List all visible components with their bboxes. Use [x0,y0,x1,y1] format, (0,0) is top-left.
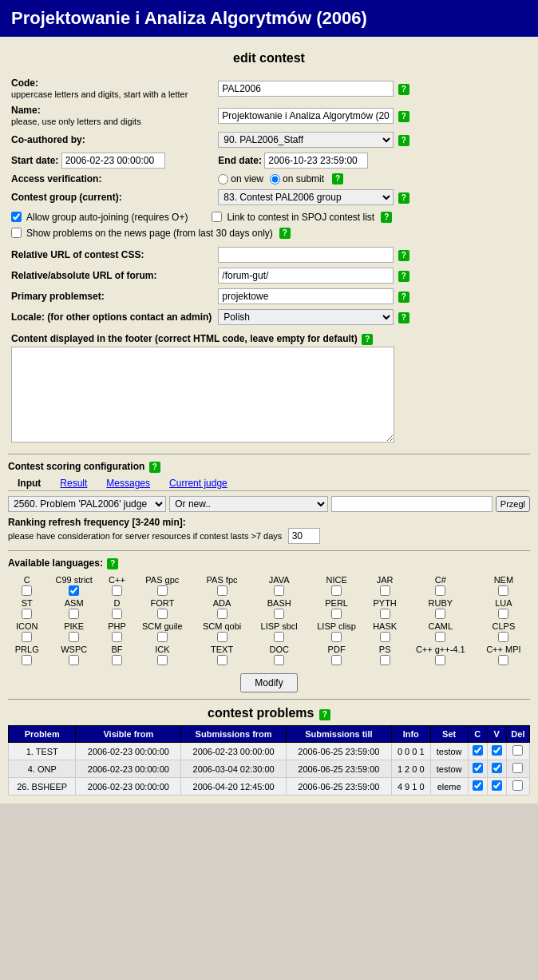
lang-checkbox[interactable] [69,632,79,642]
ranking-input[interactable] [288,528,320,544]
or-new-select[interactable]: Or new.. [169,496,327,512]
problem-v-checkbox[interactable] [492,763,502,773]
lang-checkbox[interactable] [435,632,445,642]
tab-input[interactable]: Input [8,476,50,490]
lang-checkbox[interactable] [435,585,445,596]
problem-c-checkbox[interactable] [473,780,483,791]
problem-v-checkbox[interactable] [492,780,502,791]
lang-checkbox[interactable] [112,655,122,665]
problem-cell-4: 4 9 1 0 [391,778,430,796]
lang-checkbox[interactable] [331,585,342,596]
problem-del-checkbox[interactable] [512,745,523,756]
lang-checkbox[interactable] [331,655,342,665]
show-problems-help-icon[interactable]: ? [279,228,291,239]
lang-checkbox[interactable] [22,585,32,596]
lang-name: PAS fpc [193,574,251,585]
lang-checkbox[interactable] [69,655,79,665]
problems-help-icon[interactable]: ? [319,709,330,720]
lang-checkbox[interactable] [157,609,168,619]
footer-help-icon[interactable]: ? [362,334,373,345]
link-spoj-checkbox[interactable] [212,212,222,222]
coauthored-help-icon[interactable]: ? [398,135,409,146]
allow-group-checkbox[interactable] [11,212,22,222]
judge-select[interactable]: 2560. Problem 'PAL2006' judge [8,496,166,512]
problem-cell-4: 0 0 0 1 [391,743,430,760]
lang-checkbox[interactable] [274,632,284,642]
code-help-icon[interactable]: ? [398,84,409,95]
forum-input[interactable] [218,268,394,284]
lang-checkbox[interactable] [380,585,390,596]
problem-c-checkbox[interactable] [473,745,483,756]
judge-text-input[interactable] [331,496,493,512]
tab-result[interactable]: Result [50,476,97,490]
lang-name: ADA [193,597,251,609]
problem-v-checkbox[interactable] [492,745,502,756]
problem-cell-5: testow [430,760,468,778]
lang-checkbox[interactable] [498,585,508,596]
locale-help-icon[interactable]: ? [398,312,409,323]
table-row: 26. BSHEEP2006-02-23 00:00:002006-04-20 … [9,778,530,796]
access-help-icon[interactable]: ? [332,173,343,184]
lang-checkbox[interactable] [274,655,284,665]
lang-checkbox[interactable] [331,609,342,619]
footer-textarea[interactable] [11,347,394,442]
lang-checkbox[interactable] [274,585,284,596]
lang-checkbox[interactable] [22,609,32,619]
lang-checkbox[interactable] [274,609,284,619]
lang-checkbox[interactable] [380,655,390,665]
problem-del-checkbox[interactable] [512,780,523,791]
lang-checkbox[interactable] [498,632,508,642]
show-problems-checkbox[interactable] [11,228,22,238]
code-input[interactable] [218,81,394,97]
lang-checkbox[interactable] [112,585,122,596]
lang-checkbox[interactable] [157,585,168,596]
access-on-submit-radio[interactable] [270,174,280,184]
problem-del-checkbox[interactable] [512,763,523,773]
problemset-input[interactable] [218,288,394,304]
access-on-view-radio[interactable] [218,174,228,184]
lang-checkbox[interactable] [112,632,122,642]
lang-checkbox-cell [102,585,132,597]
lang-checkbox[interactable] [157,655,168,665]
lang-checkbox[interactable] [69,609,79,619]
end-date-input[interactable] [264,153,368,169]
lang-checkbox[interactable] [112,609,122,619]
lang-checkbox[interactable] [380,632,390,642]
contest-group-help-icon[interactable]: ? [398,192,409,204]
lang-checkbox[interactable] [498,655,508,665]
tab-current-judge[interactable]: Current judge [160,476,237,490]
link-spoj-help-icon[interactable]: ? [381,212,392,223]
modify-button[interactable]: Modify [240,673,297,692]
problemset-help-icon[interactable]: ? [398,292,409,303]
name-help-icon[interactable]: ? [398,111,409,122]
languages-help-icon[interactable]: ? [107,558,118,569]
lang-checkbox[interactable] [69,585,79,596]
lang-checkbox[interactable] [435,609,445,619]
start-date-input[interactable] [61,153,165,169]
problem-c-cell [468,760,487,778]
lang-checkbox[interactable] [498,609,508,619]
lang-checkbox[interactable] [217,655,227,665]
lang-checkbox[interactable] [331,632,342,642]
forum-help-icon[interactable]: ? [398,271,409,282]
lang-checkbox[interactable] [435,655,445,665]
lang-checkbox[interactable] [217,609,227,619]
lang-checkbox[interactable] [22,632,32,642]
problem-cell-0: 4. ONP [9,760,76,778]
col-del: Del [506,726,529,743]
problem-c-checkbox[interactable] [473,763,483,773]
lang-checkbox[interactable] [157,632,168,642]
scoring-help-icon[interactable]: ? [149,462,160,473]
tab-messages[interactable]: Messages [97,476,160,490]
locale-select[interactable]: Polish [218,309,394,325]
lang-checkbox[interactable] [380,609,390,619]
name-input[interactable] [218,108,394,124]
lang-checkbox[interactable] [217,632,227,642]
lang-checkbox[interactable] [22,655,32,665]
css-help-icon[interactable]: ? [398,250,409,261]
lang-checkbox[interactable] [217,585,227,596]
css-input[interactable] [218,247,394,263]
przeg-button[interactable]: Przegl [496,496,530,512]
contest-group-select[interactable]: 83. Contest PAL2006 group [218,189,394,205]
coauthored-select[interactable]: 90. PAL2006_Staff [218,132,394,148]
